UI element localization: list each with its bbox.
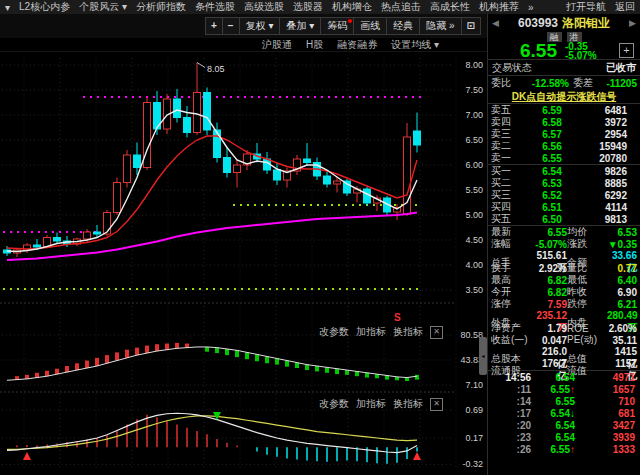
stat-value: 6.53 xyxy=(607,227,637,238)
menu-dropdown-icon[interactable]: ▾ xyxy=(5,2,10,13)
stat-value: 0.77 xyxy=(607,263,637,274)
classic-view-button[interactable]: 经典 xyxy=(386,17,420,35)
panel-splitter-handle[interactable]: ◂ xyxy=(479,337,487,375)
tick-time: :11 xyxy=(491,384,531,395)
prev-stock-icon[interactable]: ◀ xyxy=(492,18,499,28)
bid-price: 6.50 xyxy=(517,214,587,225)
menu-item-screener[interactable]: 选股器 xyxy=(293,0,323,14)
draw-line-button[interactable]: 画线 xyxy=(353,17,387,35)
menu-more-icon[interactable]: » xyxy=(528,2,534,13)
menu-item-institution-add[interactable]: 机构增仓 xyxy=(332,0,372,14)
menu-item-institution-rec[interactable]: 机构推荐 xyxy=(479,0,519,14)
weibi-row: 委比 -12.58% 委差 -11205 xyxy=(488,75,640,90)
dk-signal-link[interactable]: DK点自动提示涨跌信号 xyxy=(512,91,616,102)
stat-value: 2.92% xyxy=(535,263,567,274)
tick-volume: 4971 xyxy=(575,372,637,383)
stats-grid: 最新6.55均价6.53涨幅-5.07%涨跌▼0.35总手515.61万金额33… xyxy=(488,225,640,370)
hide-button[interactable]: 隐藏 » xyxy=(419,17,461,35)
ask-price: 6.56 xyxy=(517,141,587,152)
weibi-label: 委比 xyxy=(491,76,517,90)
ma-settings-link[interactable]: 设置均线 ▾ xyxy=(391,38,439,52)
stat-row: 总股本216.0亿总值1415亿 xyxy=(488,346,640,358)
trade-status-row: 交易状态 已收市 xyxy=(488,59,640,75)
back-button[interactable]: 返回 xyxy=(615,0,635,14)
stat-value: 6.82 xyxy=(535,275,567,286)
chart-toolbar: + − 复权 ▾ 叠加 ▾ 筹码 画线 经典 隐藏 » ⊡ xyxy=(0,14,487,38)
axis-tick-label: 7.50 xyxy=(465,85,483,95)
switch-indicator-button[interactable]: 换指标 xyxy=(393,325,423,339)
menu-item-stock-wind[interactable]: 个股风云 ▾ xyxy=(79,0,127,14)
weibi-value: -12.58% xyxy=(517,78,569,89)
ask-volume: 3972 xyxy=(587,117,637,128)
add-indicator-button[interactable]: 加指标 xyxy=(356,397,386,411)
tick-price: 6.55 xyxy=(531,396,575,407)
axis-tick-label: 4.50 xyxy=(465,235,483,245)
ask-volume: 15949 xyxy=(587,141,637,152)
bid-price: 6.53 xyxy=(517,178,587,189)
hgt-link[interactable]: 沪股通 xyxy=(262,38,292,52)
stock-code: 603993 xyxy=(518,16,558,30)
fullscreen-icon[interactable]: ⊡ xyxy=(461,17,481,35)
bid-label: 买五 xyxy=(491,212,517,226)
switch-indicator-button[interactable]: 换指标 xyxy=(393,397,423,411)
stat-label: 收益(一) xyxy=(491,333,535,347)
stat-value: 2.60% xyxy=(607,323,637,334)
open-nav-button[interactable]: 打开导航 xyxy=(566,0,606,14)
tick-price: 6.54 xyxy=(531,432,575,443)
close-panel-icon[interactable]: ✕ xyxy=(430,398,443,411)
tick-row: :236.543939 xyxy=(488,431,640,443)
menu-item-analyst-index[interactable]: 分析师指数 xyxy=(136,0,186,14)
stat-value: ▼0.35 xyxy=(607,239,637,250)
status-label: 交易状态 xyxy=(492,61,532,75)
stat-row: 收益(一)0.047PE(动)35.11 xyxy=(488,334,640,346)
margin-trading-link[interactable]: 融资融券 xyxy=(337,38,377,52)
add-indicator-button[interactable]: 加指标 xyxy=(356,325,386,339)
next-stock-icon[interactable]: ▶ xyxy=(629,18,636,28)
tick-volume: 3939 xyxy=(575,432,637,443)
change-params-button[interactable]: 改参数 xyxy=(319,325,349,339)
last-price: 6.55 xyxy=(520,42,557,59)
menu-item-l2[interactable]: L2核心内参 xyxy=(19,0,70,14)
stat-value: 6.82 xyxy=(535,287,567,298)
ask-volume: 20780 xyxy=(587,153,637,164)
stat-label: 涨停 xyxy=(491,297,535,311)
menu-item-high-growth[interactable]: 高成长性 xyxy=(430,0,470,14)
menu-item-advanced-pick[interactable]: 高级选股 xyxy=(244,0,284,14)
menu-item-hotspot[interactable]: 热点追击 xyxy=(381,0,421,14)
time-sales-list[interactable]: 14:566.544971:116.55↑1657:146.55710:176.… xyxy=(488,370,640,455)
axis-tick-label: 5.00 xyxy=(465,210,483,220)
close-panel-icon[interactable]: ✕ xyxy=(430,326,443,339)
zoom-out-button[interactable]: − xyxy=(222,17,240,35)
adjust-price-button[interactable]: 复权 ▾ xyxy=(239,17,281,35)
bid-volume: 8885 xyxy=(587,178,637,189)
stat-value: 6.55 xyxy=(535,227,567,238)
hshare-link[interactable]: H股 xyxy=(306,38,323,52)
ask-label: 卖一 xyxy=(491,151,517,165)
tick-row: :176.54↓681 xyxy=(488,407,640,419)
stat-row: 涨停7.59跌停6.21 xyxy=(488,298,640,310)
stock-header: ◀ 603993洛阳钼业 ▶ xyxy=(488,14,640,32)
axis-tick-label: 3.50 xyxy=(465,285,483,295)
bid-volume: 4114 xyxy=(587,202,637,213)
tick-volume: 1333 xyxy=(575,444,637,455)
order-book-row: 买五6.509813 xyxy=(488,213,640,225)
stock-badges: 融 港 xyxy=(488,32,640,42)
stat-label: ROE xyxy=(567,323,607,334)
tick-price: 6.54 xyxy=(531,420,575,431)
expand-quote-icon[interactable]: + xyxy=(619,43,634,58)
tick-price: 6.54↓ xyxy=(531,408,575,419)
kline-chart[interactable]: 8.05 xyxy=(0,52,487,475)
sell-signal-marker: S xyxy=(394,312,401,323)
stat-value: 1.79 xyxy=(535,323,567,334)
stat-value: 6.40 xyxy=(607,275,637,286)
change-params-button[interactable]: 改参数 xyxy=(319,397,349,411)
axis-tick-label: 6.00 xyxy=(465,160,483,170)
stat-value: 0.047 xyxy=(535,335,567,346)
stat-value: 6.21 xyxy=(607,299,637,310)
chart-region[interactable]: 8.05 xyxy=(0,52,487,475)
zoom-in-button[interactable]: + xyxy=(205,17,223,35)
menu-item-condition-pick[interactable]: 条件选股 xyxy=(195,0,235,14)
overlay-button[interactable]: 叠加 ▾ xyxy=(279,17,321,35)
chip-distribution-button[interactable]: 筹码 xyxy=(320,17,354,35)
tick-row: :116.55↑1657 xyxy=(488,383,640,395)
